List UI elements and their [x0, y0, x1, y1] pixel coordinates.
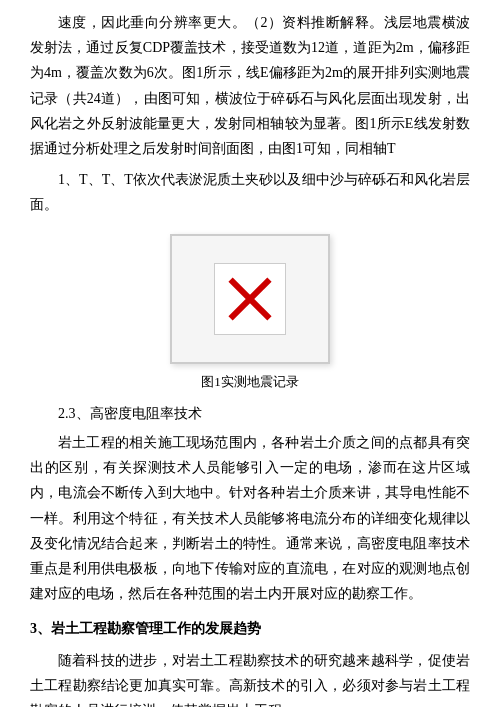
figure1-image	[170, 234, 330, 364]
paragraph2: 1、T、T、T依次代表淤泥质土夹砂以及细中沙与碎砾石和风化岩层面。	[30, 167, 470, 217]
paragraph1: 速度，因此垂向分辨率更大。（2）资料推断解释。浅层地震横波发射法，通过反复CDP…	[30, 10, 470, 161]
section-3-heading: 3、岩土工程勘察管理工作的发展趋势	[30, 616, 470, 641]
figure1-container: 图1实测地震记录	[30, 234, 470, 393]
figure1-caption: 图1实测地震记录	[201, 370, 299, 393]
section-2-3-text: 岩土工程的相关施工现场范围内，各种岩土介质之间的点都具有突出的区别，有关探测技术…	[30, 430, 470, 606]
broken-image-icon	[225, 274, 275, 324]
section-2-3-heading: 2.3、高密度电阻率技术	[30, 401, 470, 426]
section-3-text: 随着科技的进步，对岩土工程勘察技术的研究越来越科学，促使岩土工程勘察结论更加真实…	[30, 648, 470, 707]
